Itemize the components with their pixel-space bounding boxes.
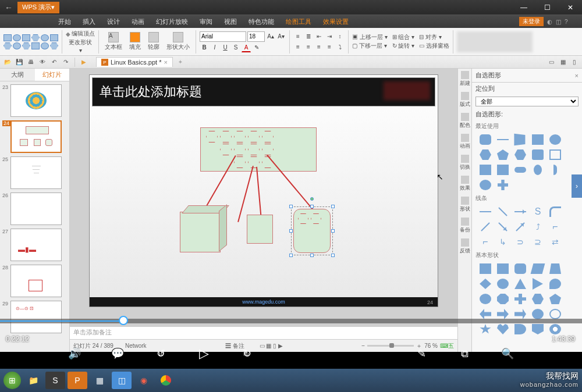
shapesize-button[interactable]: 形状大小 [164, 32, 192, 51]
lines-grid[interactable]: S ⤴⌐ ⌐↳⊃⊇⇄ [472, 204, 582, 250]
task-app3[interactable]: ◉ [134, 372, 154, 389]
task-color[interactable]: 配色 [459, 113, 471, 129]
thumbnail-28[interactable]: 28 [10, 265, 66, 297]
shape-cube[interactable] [180, 212, 221, 252]
open-icon[interactable]: 📂 [2, 57, 13, 67]
highlight-button[interactable]: ✎ [252, 43, 261, 52]
slides-tab[interactable]: 幻灯片 [35, 69, 70, 81]
recent-shapes-grid[interactable] [472, 132, 582, 193]
start-button[interactable]: ⊞ [3, 372, 21, 389]
tab-insert[interactable]: 插入 [77, 16, 101, 28]
comment-button[interactable]: 💬 [109, 345, 126, 362]
align-left-button[interactable]: ≡ [293, 42, 303, 52]
task-chrome[interactable] [156, 372, 176, 389]
video-progress-bar[interactable] [0, 319, 582, 323]
tab-view[interactable]: 视图 [218, 16, 243, 28]
skin-icon[interactable]: ◫ [556, 19, 561, 25]
tab-design[interactable]: 设计 [101, 16, 126, 28]
notes-pane[interactable]: 单击添加备注 [70, 326, 457, 339]
document-tab[interactable]: P Linux Basics.ppt * × [96, 57, 173, 67]
task-wps[interactable]: P [68, 372, 87, 389]
tab-effects[interactable]: 效果设置 [317, 16, 354, 28]
view-normal-icon[interactable]: ▭ [546, 57, 556, 67]
print-icon[interactable]: 🖶 [26, 57, 36, 67]
thumbnail-27[interactable]: 27▬▮▬ [10, 229, 66, 261]
task-sublime[interactable]: S [45, 372, 65, 389]
align-right-button[interactable]: ≡ [314, 42, 324, 52]
task-anim[interactable]: 动画 [459, 134, 471, 150]
decrease-font-button[interactable]: A▾ [276, 32, 286, 41]
rotate-button[interactable]: ↻ 旋转 ▾ [392, 42, 415, 50]
play-button[interactable]: ▷ [196, 345, 212, 362]
linespacing-button[interactable]: ↕ [335, 32, 345, 41]
slide-title[interactable]: 单击此处添加标题 [92, 77, 435, 106]
tab-close-icon[interactable]: × [164, 59, 167, 66]
hex-row-3[interactable] [234, 156, 274, 168]
task-feedback[interactable]: 反馈 [459, 238, 471, 255]
basic-shapes-grid[interactable] [472, 261, 582, 337]
maximize-button[interactable]: ☐ [535, 0, 559, 15]
edit-vertex-button[interactable]: ◆编辑顶点 [66, 30, 95, 38]
numbering-button[interactable]: ≣ [304, 32, 313, 41]
login-status[interactable]: 未登录 [519, 17, 544, 26]
tab-home[interactable]: 开始 [52, 16, 77, 28]
align-button[interactable]: ⊟ 对齐 ▾ [419, 33, 449, 41]
fill-button[interactable]: 填充 [127, 32, 143, 51]
tab-animation[interactable]: 动画 [126, 16, 150, 28]
align-center-button[interactable]: ≡ [304, 42, 313, 52]
volume-button[interactable]: 🔊 [66, 345, 83, 362]
bullets-button[interactable]: ≡ [293, 32, 303, 41]
edit-button[interactable]: ✎ [413, 345, 430, 362]
tab-features[interactable]: 特色功能 [243, 16, 280, 28]
back-button[interactable]: ← [0, 3, 17, 12]
video-scrubber[interactable] [119, 316, 128, 325]
task-fx[interactable]: 效果 [459, 176, 471, 192]
task-explorer[interactable]: 📁 [23, 372, 43, 389]
change-shape-button[interactable]: 更改形状▾ [66, 38, 95, 54]
outline-button[interactable]: 轮廓 [146, 32, 162, 51]
feedback-icon[interactable]: ◐ [547, 19, 552, 25]
rewind-button[interactable]: ↺10 [152, 345, 169, 362]
bring-forward-button[interactable]: ▣ 上移一层 ▾ [352, 33, 388, 41]
thumbnail-24[interactable]: 24 [10, 120, 66, 153]
thumbnail-23[interactable]: 23 [10, 84, 66, 117]
increase-font-button[interactable]: A▴ [266, 32, 275, 41]
task-app2[interactable]: ◫ [112, 372, 132, 389]
fontcolor-button[interactable]: A [242, 43, 251, 52]
redo-icon[interactable]: ↷ [61, 57, 71, 67]
underline-button[interactable]: U [221, 43, 230, 52]
hex-row-2[interactable] [220, 144, 274, 155]
tab-review[interactable]: 审阅 [194, 16, 218, 28]
close-button[interactable]: ✕ [559, 0, 582, 15]
minimize-button[interactable]: — [512, 0, 535, 15]
hex-row-1[interactable] [206, 131, 274, 142]
task-shape[interactable]: 形状 [459, 197, 471, 213]
slideshow-start-icon[interactable]: ▶ [79, 57, 89, 67]
slide-canvas[interactable]: 单击此处添加标题 [89, 74, 438, 307]
font-select[interactable] [200, 31, 246, 42]
fontsize-select[interactable] [247, 31, 265, 42]
italic-button[interactable]: I [210, 43, 219, 52]
thumbnail-29[interactable]: 29⊙—⊙ ⊡ [10, 301, 66, 333]
outline-tab[interactable]: 大纲 [0, 69, 35, 81]
add-tab-button[interactable]: + [174, 58, 187, 66]
forward-button[interactable]: ↻30 [239, 345, 255, 362]
align-justify-button[interactable]: ≡ [325, 42, 334, 52]
selection-pane-button[interactable]: ▭ 选择窗格 [419, 42, 449, 50]
shape-rect-small[interactable] [247, 215, 273, 244]
task-new[interactable]: 新建 [459, 71, 471, 87]
textbox-button[interactable]: A文本框 [102, 32, 125, 51]
search-button[interactable]: 🔍 [499, 345, 516, 362]
task-app1[interactable]: ▦ [90, 372, 109, 389]
help-icon[interactable]: ? [565, 19, 568, 25]
group-button[interactable]: ⊞ 组合 ▾ [392, 33, 415, 41]
bold-button[interactable]: B [200, 43, 209, 52]
tab-slideshow[interactable]: 幻灯片放映 [150, 16, 194, 28]
task-trans[interactable]: 切换 [459, 155, 471, 171]
view-reading-icon[interactable]: ▯ [569, 57, 580, 67]
tab-drawtools[interactable]: 绘图工具 [280, 16, 317, 28]
shapes-gallery[interactable] [3, 34, 58, 49]
panel-expand-button[interactable]: › [572, 174, 582, 198]
save-icon[interactable]: 💾 [14, 57, 24, 67]
view-sorter-icon[interactable]: ▦ [558, 57, 568, 67]
